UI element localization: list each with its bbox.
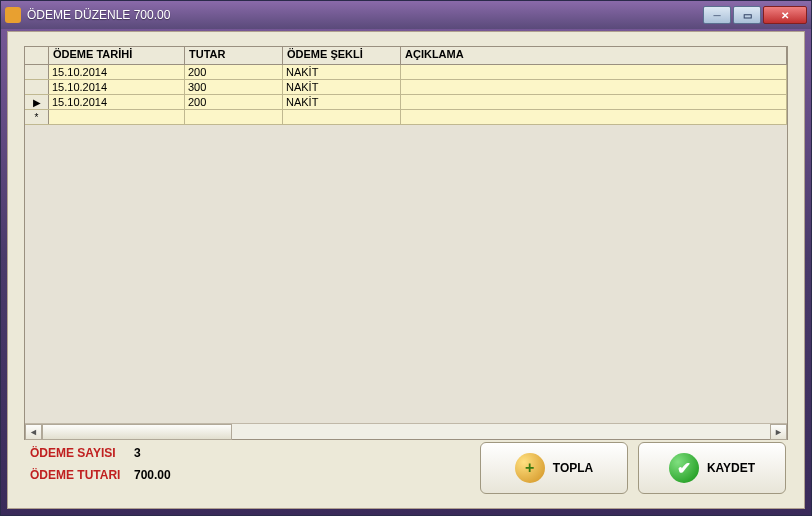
row-marker	[25, 80, 49, 94]
close-button[interactable]: ✕	[763, 6, 807, 24]
row-marker	[25, 65, 49, 79]
topla-label: TOPLA	[553, 461, 593, 475]
kaydet-button[interactable]: ✔ KAYDET	[638, 442, 786, 494]
app-window: ÖDEME DÜZENLE 700.00 ─ ▭ ✕ ÖDEME TARİHİ …	[0, 0, 812, 516]
window-controls: ─ ▭ ✕	[703, 6, 807, 24]
cell-amount[interactable]: 200	[185, 95, 283, 109]
grid-header-method[interactable]: ÖDEME ŞEKLİ	[283, 47, 401, 64]
row-marker: ▶	[25, 95, 49, 109]
sum-icon: +	[515, 453, 545, 483]
cell-amount[interactable]: 200	[185, 65, 283, 79]
table-row[interactable]: 15.10.2014300NAKİT	[25, 80, 787, 95]
check-icon: ✔	[669, 453, 699, 483]
cell-date[interactable]: 15.10.2014	[49, 65, 185, 79]
cell-desc[interactable]	[401, 65, 787, 79]
cell-method[interactable]: NAKİT	[283, 65, 401, 79]
payment-total-label: ÖDEME TUTARI	[30, 468, 134, 482]
cell-desc[interactable]	[401, 80, 787, 94]
cell-method[interactable]: NAKİT	[283, 95, 401, 109]
cell-method[interactable]: NAKİT	[283, 80, 401, 94]
action-buttons: + TOPLA ✔ KAYDET	[480, 442, 786, 494]
grid-body: 15.10.2014200NAKİT15.10.2014300NAKİT▶15.…	[25, 65, 787, 125]
scroll-thumb[interactable]	[42, 424, 232, 440]
cell-date[interactable]: 15.10.2014	[49, 95, 185, 109]
app-icon	[5, 7, 21, 23]
table-row[interactable]: *	[25, 110, 787, 125]
scroll-right-button[interactable]: ►	[770, 424, 787, 440]
table-row[interactable]: 15.10.2014200NAKİT	[25, 65, 787, 80]
client-area: ÖDEME TARİHİ TUTAR ÖDEME ŞEKLİ AÇIKLAMA …	[7, 31, 805, 509]
payments-grid[interactable]: ÖDEME TARİHİ TUTAR ÖDEME ŞEKLİ AÇIKLAMA …	[24, 46, 788, 440]
cell-desc[interactable]	[401, 110, 787, 124]
window-title: ÖDEME DÜZENLE 700.00	[27, 8, 703, 22]
minimize-button[interactable]: ─	[703, 6, 731, 24]
payment-total-value: 700.00	[134, 468, 171, 482]
grid-header-date[interactable]: ÖDEME TARİHİ	[49, 47, 185, 64]
kaydet-label: KAYDET	[707, 461, 755, 475]
cell-desc[interactable]	[401, 95, 787, 109]
grid-header-row: ÖDEME TARİHİ TUTAR ÖDEME ŞEKLİ AÇIKLAMA	[25, 47, 787, 65]
summary-panel: ÖDEME SAYISI 3 ÖDEME TUTARI 700.00	[30, 446, 171, 490]
payment-count-label: ÖDEME SAYISI	[30, 446, 134, 460]
grid-header-desc[interactable]: AÇIKLAMA	[401, 47, 787, 64]
topla-button[interactable]: + TOPLA	[480, 442, 628, 494]
row-marker: *	[25, 110, 49, 124]
scroll-left-button[interactable]: ◄	[25, 424, 42, 440]
cell-method[interactable]	[283, 110, 401, 124]
grid-header-amount[interactable]: TUTAR	[185, 47, 283, 64]
table-row[interactable]: ▶15.10.2014200NAKİT	[25, 95, 787, 110]
grid-header-marker	[25, 47, 49, 64]
payment-count-value: 3	[134, 446, 141, 460]
titlebar[interactable]: ÖDEME DÜZENLE 700.00 ─ ▭ ✕	[1, 1, 811, 29]
cell-date[interactable]: 15.10.2014	[49, 80, 185, 94]
cell-amount[interactable]: 300	[185, 80, 283, 94]
scroll-track[interactable]	[42, 424, 770, 439]
cell-date[interactable]	[49, 110, 185, 124]
maximize-button[interactable]: ▭	[733, 6, 761, 24]
cell-amount[interactable]	[185, 110, 283, 124]
horizontal-scrollbar[interactable]: ◄ ►	[25, 423, 787, 439]
